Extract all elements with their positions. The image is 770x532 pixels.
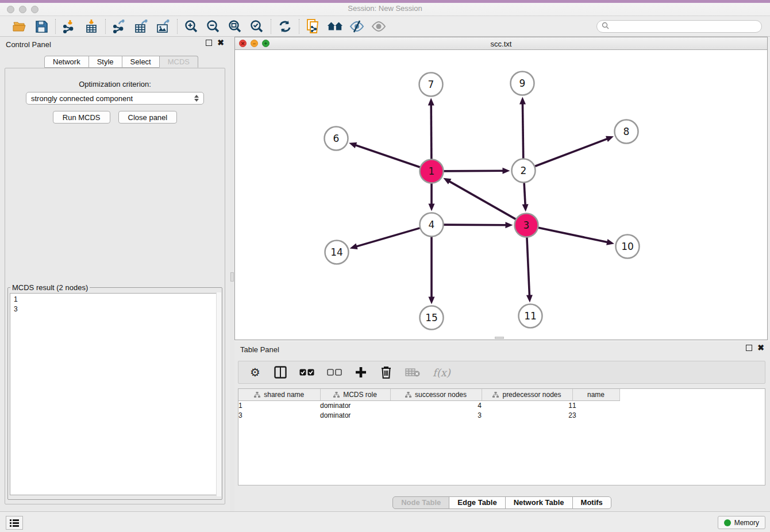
graph-node[interactable]: 1 (420, 160, 444, 183)
graph-node[interactable]: 7 (419, 73, 443, 97)
tab-node-table[interactable]: Node Table (392, 496, 449, 509)
tab-style[interactable]: Style (88, 56, 122, 68)
vertical-splitter[interactable] (230, 37, 234, 511)
edge-arrowhead (505, 222, 513, 228)
close-panel-button[interactable]: Close panel (118, 111, 178, 124)
tab-network-table[interactable]: Network Table (505, 496, 573, 509)
export-network-icon[interactable] (111, 18, 128, 34)
search-field[interactable] (596, 20, 762, 33)
svg-text:3: 3 (523, 219, 530, 231)
zoom-fit-icon[interactable] (227, 18, 243, 34)
open-session-icon[interactable] (11, 18, 28, 34)
graph-edge[interactable] (522, 102, 523, 160)
table-toolbar: ⚙ f(x) (238, 361, 765, 384)
svg-text:4: 4 (429, 219, 435, 230)
col-shared-name[interactable]: shared name (238, 389, 320, 400)
network-title: scc.txt (235, 40, 767, 48)
edge-arrowhead (519, 97, 526, 104)
svg-text:7: 7 (428, 79, 434, 90)
graph-node[interactable]: 8 (615, 120, 638, 144)
control-panel-title: Control Panel (6, 40, 51, 49)
show-all-icon[interactable] (371, 18, 387, 34)
graph-edge[interactable] (527, 235, 530, 296)
network-window-titlebar[interactable]: ✕ − + scc.txt (235, 37, 767, 50)
edge-arrowhead (350, 244, 358, 250)
delete-column-icon[interactable] (380, 365, 392, 380)
search-input[interactable] (612, 22, 757, 30)
graph-node[interactable]: 2 (512, 159, 536, 183)
float-panel-icon[interactable] (206, 40, 212, 46)
zoom-out-icon[interactable] (205, 18, 221, 34)
zoom-in-icon[interactable] (183, 18, 199, 34)
svg-text:1: 1 (429, 165, 435, 177)
close-panel-icon[interactable]: ✖ (217, 40, 224, 46)
col-mcds-role[interactable]: MCDS role (320, 389, 390, 400)
settings-gear-icon[interactable]: ⚙ (249, 365, 261, 380)
float-table-panel-icon[interactable] (746, 345, 752, 351)
edge-arrowhead (428, 98, 434, 105)
result-scrollbar[interactable] (216, 292, 221, 496)
graph-node[interactable]: 4 (420, 213, 444, 237)
tab-edge-table[interactable]: Edge Table (449, 496, 505, 509)
zoom-selected-icon[interactable] (249, 18, 265, 34)
network-from-selection-icon[interactable] (305, 18, 321, 34)
edge-arrowhead (522, 204, 529, 211)
control-panel-tabs: Network Style Select MCDS (0, 56, 230, 68)
import-network-icon[interactable] (61, 18, 78, 34)
memory-button[interactable]: Memory (718, 516, 765, 529)
deselect-all-columns-icon[interactable] (327, 365, 342, 380)
graph-node[interactable]: 10 (616, 235, 640, 259)
graph-edge[interactable] (441, 225, 507, 225)
col-predecessor-nodes[interactable]: predecessor nodes (482, 389, 572, 400)
node-table[interactable]: shared name MCDS role successor nodes pr… (238, 388, 765, 485)
save-session-icon[interactable] (33, 18, 49, 34)
graph-node[interactable]: 6 (325, 127, 348, 151)
svg-text:9: 9 (519, 78, 526, 89)
refresh-icon[interactable] (277, 18, 293, 34)
graph-node[interactable]: 15 (420, 306, 444, 330)
control-panel: Control Panel ✖ Network Style Select MCD… (0, 37, 230, 511)
export-table-icon[interactable] (133, 18, 149, 34)
graph-edge[interactable] (536, 228, 609, 243)
tab-select[interactable]: Select (122, 56, 160, 68)
graph-edge[interactable] (441, 171, 504, 171)
canvas-splitter-handle[interactable] (495, 337, 504, 339)
graph-edge[interactable] (448, 181, 518, 221)
tab-network[interactable]: Network (44, 56, 89, 68)
run-mcds-button[interactable]: Run MCDS (53, 111, 110, 124)
graph-node[interactable]: 14 (325, 241, 349, 264)
optimization-criterion-label: Optimization criterion: (5, 80, 225, 88)
task-history-button[interactable] (6, 516, 23, 530)
memory-status-icon (724, 519, 731, 526)
graph-edge[interactable] (524, 180, 525, 206)
close-table-panel-icon[interactable]: ✖ (757, 345, 764, 351)
import-table-icon[interactable] (83, 18, 99, 34)
edge-arrowhead (429, 204, 435, 211)
select-all-columns-icon[interactable] (299, 365, 314, 380)
graph-node[interactable]: 9 (511, 72, 534, 95)
hide-selected-icon[interactable] (349, 18, 365, 34)
table-row[interactable]: 3dominator323 (238, 410, 619, 420)
export-image-icon[interactable] (155, 18, 171, 34)
col-successor-nodes[interactable]: successor nodes (390, 389, 482, 400)
network-canvas[interactable]: 7968124314101511 (235, 50, 767, 340)
first-neighbors-icon[interactable] (327, 18, 343, 34)
tab-motifs[interactable]: Motifs (572, 496, 611, 509)
svg-text:2: 2 (521, 165, 527, 176)
table-row[interactable]: 1dominator411 (238, 400, 619, 410)
criterion-select[interactable]: strongly connected component (26, 92, 204, 105)
add-column-icon[interactable] (355, 365, 367, 380)
col-name[interactable]: name (572, 389, 619, 400)
tab-mcds[interactable]: MCDS (159, 56, 198, 68)
edge-arrowhead (349, 142, 357, 148)
graph-node[interactable]: 11 (519, 304, 542, 328)
splitter-handle[interactable] (230, 272, 234, 282)
mcds-result-text[interactable]: 1 3 (10, 293, 220, 495)
graph-edge[interactable] (355, 228, 422, 247)
session-title: Session: New Session (0, 4, 770, 13)
graph-node[interactable]: 3 (515, 214, 538, 237)
graph-edge[interactable] (355, 145, 422, 168)
graph-edge[interactable] (533, 138, 608, 167)
graph-edge[interactable] (431, 103, 432, 161)
split-columns-icon[interactable] (274, 365, 287, 380)
